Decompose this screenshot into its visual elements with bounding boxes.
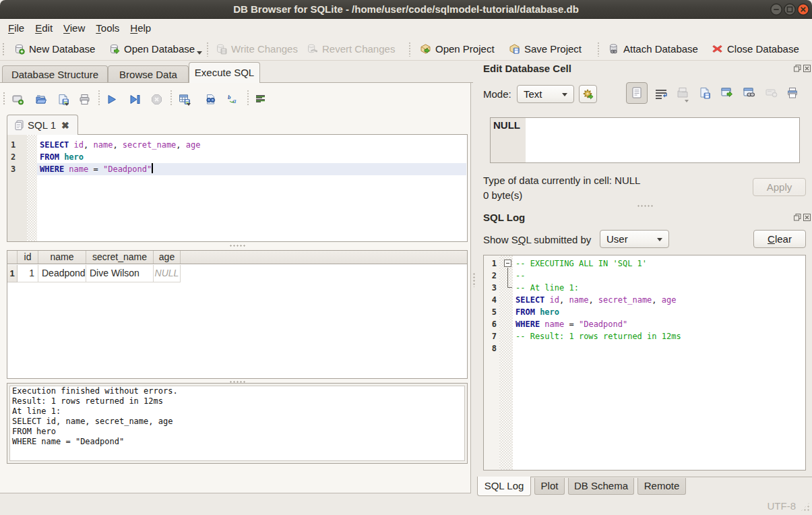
execute-all-button[interactable] bbox=[106, 92, 117, 105]
column-header-secret-name[interactable]: secret_name bbox=[86, 251, 154, 264]
close-sql-tab-icon[interactable]: ✖ bbox=[61, 121, 69, 130]
format-sql-button[interactable] bbox=[255, 92, 266, 105]
find-replace-button[interactable]: b a bbox=[227, 92, 239, 105]
editor-fold-margin bbox=[27, 135, 37, 241]
column-header-age[interactable]: age bbox=[154, 251, 181, 264]
open-database-button[interactable]: Open Database bbox=[108, 37, 195, 60]
submitted-by-value: User bbox=[606, 233, 628, 245]
cell-secret-name[interactable]: Dive Wilson bbox=[86, 265, 154, 282]
editor-line: WHERE name = "Deadpond" bbox=[40, 163, 152, 175]
cell-age[interactable]: NULL bbox=[154, 265, 181, 282]
dock-tab-remote-label: Remote bbox=[644, 480, 680, 491]
sql-1-tab[interactable]: SQL 1 ✖ bbox=[7, 115, 78, 135]
text-mode-button[interactable] bbox=[626, 82, 648, 104]
attach-database-button[interactable]: Attach Database bbox=[608, 37, 698, 60]
splitter-editor-table[interactable] bbox=[229, 245, 247, 247]
close-panel-icon[interactable] bbox=[803, 65, 811, 72]
float-panel-icon[interactable] bbox=[794, 65, 801, 72]
fold-collapse-icon[interactable] bbox=[504, 260, 511, 267]
mode-combobox[interactable]: Text bbox=[517, 85, 574, 103]
save-project-button[interactable]: Save Project bbox=[509, 37, 582, 60]
import-data-button[interactable] bbox=[677, 86, 689, 99]
cell-id[interactable]: 1 bbox=[18, 265, 38, 282]
dock-tab-remote[interactable]: Remote bbox=[637, 478, 686, 495]
save-results-dropdown[interactable] bbox=[187, 103, 191, 106]
open-external-icon bbox=[721, 87, 734, 99]
log-line: -- At line 1: bbox=[516, 282, 579, 294]
float-panel-icon[interactable] bbox=[794, 214, 801, 221]
stop-execution-button[interactable] bbox=[151, 92, 162, 105]
open-in-external-button[interactable] bbox=[721, 86, 734, 99]
menu-view[interactable]: View bbox=[58, 19, 90, 37]
minimize-button[interactable] bbox=[770, 3, 782, 16]
project-open-icon bbox=[420, 43, 431, 55]
menu-help[interactable]: Help bbox=[125, 19, 156, 37]
chevron-down-icon bbox=[562, 93, 567, 96]
toolbar-handle[interactable] bbox=[2, 42, 5, 55]
open-sql-file-button[interactable] bbox=[35, 92, 46, 105]
tab-database-structure[interactable]: Database Structure bbox=[2, 65, 108, 83]
close-database-button[interactable]: Close Database bbox=[712, 37, 799, 60]
save-sql-dropdown[interactable] bbox=[65, 103, 69, 106]
mode-value: Text bbox=[524, 88, 542, 100]
menu-tools[interactable]: Tools bbox=[90, 19, 125, 37]
export-data-button[interactable] bbox=[699, 86, 711, 99]
dock-tab-sql-log[interactable]: SQL Log bbox=[477, 477, 531, 496]
set-null-button[interactable] bbox=[766, 86, 778, 99]
chevron-down-icon bbox=[657, 238, 662, 241]
set-null-icon bbox=[766, 87, 778, 99]
log-line: WHERE name = "Deadpond" bbox=[516, 318, 627, 330]
print-cell-button[interactable] bbox=[786, 86, 799, 99]
tab-execute-sql[interactable]: Execute SQL bbox=[189, 62, 260, 83]
editor-line: SELECT id, name, secret_name, age bbox=[40, 139, 200, 151]
apply-button-label: Apply bbox=[767, 181, 792, 193]
column-header-id[interactable]: id bbox=[18, 251, 38, 264]
dock-tab-plot[interactable]: Plot bbox=[534, 478, 565, 495]
dock-tab-db-schema[interactable]: DB Schema bbox=[568, 478, 634, 495]
find-button[interactable] bbox=[205, 92, 216, 105]
open-database-dropdown[interactable] bbox=[197, 51, 202, 55]
close-panel-icon[interactable] bbox=[803, 214, 811, 221]
execute-current-line-button[interactable] bbox=[129, 92, 141, 105]
main-toolbar: New Database Open Database Write Changes bbox=[0, 37, 812, 61]
show-sql-label: Show SQL submitted by bbox=[483, 234, 591, 245]
menu-edit[interactable]: Edit bbox=[30, 19, 58, 37]
column-header-name[interactable]: name bbox=[38, 251, 86, 264]
clear-button[interactable]: Clear bbox=[753, 230, 806, 248]
messages-text[interactable]: Execution finished without errors. Resul… bbox=[9, 386, 465, 461]
close-button[interactable] bbox=[797, 3, 809, 16]
splitter-main-dock[interactable] bbox=[473, 272, 475, 287]
edit-cell-dock-controls bbox=[794, 65, 811, 72]
new-sql-tab-button[interactable] bbox=[12, 92, 24, 105]
tab-browse-data[interactable]: Browse Data bbox=[108, 65, 189, 83]
results-table[interactable]: id name secret_name age 1 1 Deadpond Div… bbox=[7, 250, 468, 379]
text-cursor bbox=[152, 163, 153, 173]
close-database-label: Close Database bbox=[727, 43, 799, 55]
submitted-by-combobox[interactable]: User bbox=[600, 230, 669, 248]
sql-editor[interactable]: 1 2 3 SELECT id, name, secret_name, age … bbox=[7, 134, 468, 242]
word-wrap-button[interactable] bbox=[655, 87, 668, 100]
resize-grip[interactable] bbox=[800, 502, 811, 512]
print-sql-button[interactable] bbox=[79, 92, 90, 105]
import-dropdown[interactable] bbox=[685, 100, 689, 102]
maximize-button[interactable] bbox=[784, 3, 796, 16]
write-changes-button[interactable]: Write Changes bbox=[216, 37, 298, 60]
find-icon bbox=[205, 94, 216, 105]
apply-button[interactable]: Apply bbox=[753, 178, 806, 196]
table-row[interactable]: 1 1 Deadpond Dive Wilson NULL bbox=[7, 265, 181, 282]
sql-log-view[interactable]: 1 2 3 4 5 6 7 8 -- EXECUTING ALL IN 'SQL… bbox=[483, 255, 806, 471]
revert-changes-button[interactable]: Revert Changes bbox=[307, 37, 395, 60]
menu-file[interactable]: File bbox=[3, 19, 30, 37]
sql-toolbar-handle[interactable] bbox=[3, 92, 6, 104]
text-document-icon bbox=[631, 87, 642, 99]
open-project-button[interactable]: Open Project bbox=[420, 37, 495, 60]
sql-toolbar-separator bbox=[98, 90, 100, 107]
line-number: 8 bbox=[492, 342, 497, 355]
cell-name[interactable]: Deadpond bbox=[38, 265, 86, 282]
splitter-cell-log[interactable] bbox=[637, 205, 654, 207]
new-database-button[interactable]: New Database bbox=[13, 37, 95, 60]
stop-execution-icon bbox=[151, 94, 162, 105]
copy-special-button[interactable] bbox=[743, 86, 756, 99]
cell-value-editor[interactable]: NULL bbox=[490, 117, 800, 163]
auto-switch-mode-button[interactable] bbox=[579, 85, 597, 103]
